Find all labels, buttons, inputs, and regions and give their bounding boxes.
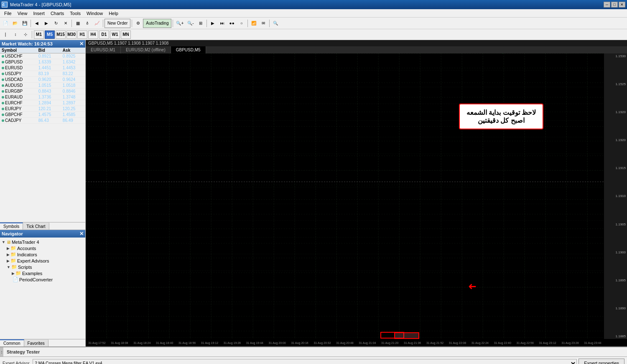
tab-favorites[interactable]: Favorites: [24, 339, 48, 346]
period-w1[interactable]: W1: [110, 30, 120, 39]
menu-view[interactable]: View: [15, 10, 30, 17]
chart-tab-eurusd-m2[interactable]: EURUSD,M2 (offline): [121, 46, 171, 53]
market-watch-row[interactable]: USDCHF 0.8921 0.8925: [0, 53, 85, 59]
period-m15[interactable]: M15: [56, 30, 66, 39]
close-button[interactable]: ✕: [619, 2, 625, 8]
market-watch-row[interactable]: USDJPY 83.19 83.22: [0, 71, 85, 77]
market-watch-row[interactable]: EURGBP 0.8843 0.8846: [0, 88, 85, 94]
market-watch-row[interactable]: USDCAD 0.9620 0.9624: [0, 77, 85, 83]
forward-btn[interactable]: ▶: [42, 19, 51, 28]
crosshair-btn[interactable]: ⊹: [21, 30, 30, 39]
market-watch-row[interactable]: CADJPY 86.43 86.49: [0, 118, 85, 124]
menu-insert[interactable]: Insert: [31, 10, 47, 17]
period-h1[interactable]: H1: [77, 30, 87, 39]
nav-tree-item[interactable]: 📄 PeriodConverter: [0, 276, 85, 283]
annotation-arrow: ➜: [468, 281, 477, 292]
nav-item-label: Scripts: [18, 265, 32, 270]
market-watch-row[interactable]: EURUSD 1.4451 1.4453: [0, 65, 85, 71]
stop-btn[interactable]: ✕: [61, 19, 70, 28]
back-btn[interactable]: ◀: [32, 19, 41, 28]
search-btn[interactable]: 🔍: [271, 19, 280, 28]
tab-common[interactable]: Common: [0, 339, 24, 346]
expand-icon[interactable]: ▶: [12, 271, 15, 276]
col-bid: Bid: [37, 48, 61, 53]
chart-tab-gbpusd-m5[interactable]: GBPUSD,M5: [171, 46, 206, 53]
mw-ask: 1.3748: [61, 94, 85, 100]
nav-tree-item[interactable]: ▶ 📁 Expert Advisors: [0, 258, 85, 264]
mail-btn[interactable]: ✉: [259, 19, 268, 28]
line-draw-btn[interactable]: |: [1, 30, 10, 39]
maximize-button[interactable]: □: [611, 2, 618, 8]
period-d1[interactable]: D1: [99, 30, 109, 39]
title-bar: 4 MetaTrader 4 - [GBPUSD,M5] ─ □ ✕: [0, 0, 627, 9]
ea-select[interactable]: 2 MA Crosses Mega filter EA V1.ex4: [33, 359, 577, 364]
next-btn[interactable]: ⏭: [218, 19, 227, 28]
period-mn[interactable]: MN: [121, 30, 131, 39]
tab-symbols[interactable]: Symbols: [0, 222, 23, 230]
auto-trading-btn[interactable]: AutoTrading: [143, 19, 171, 28]
market-watch-row[interactable]: GBPUSD 1.6339 1.6342: [0, 59, 85, 65]
zoom-out-btn[interactable]: 🔍-: [186, 19, 195, 28]
menu-help[interactable]: Help: [106, 10, 121, 17]
market-watch-row[interactable]: EURJPY 120.21 120.25: [0, 106, 85, 112]
time-label: 31 Aug 21:52: [424, 341, 446, 344]
expand-icon[interactable]: ▶: [7, 253, 10, 257]
line-btn[interactable]: 📈: [92, 19, 102, 28]
folder-icon: 📁: [10, 252, 16, 257]
menu-tools[interactable]: Tools: [67, 10, 83, 17]
expand-icon[interactable]: ▶: [7, 259, 10, 263]
annotation-line2: اصبح كل دقيقتين: [466, 116, 536, 124]
period-m5[interactable]: M5: [45, 30, 55, 39]
expand-icon[interactable]: ▶: [7, 246, 10, 250]
minimize-button[interactable]: ─: [604, 2, 610, 8]
market-watch-row[interactable]: AUDUSD 1.0515 1.0518: [0, 83, 85, 88]
expand-icon[interactable]: ▼: [2, 240, 5, 244]
new-chart-btn[interactable]: 📄: [1, 19, 10, 28]
chart-wizard-btn[interactable]: ⚙: [133, 19, 143, 28]
nav-tree-item[interactable]: ▼ 🖥 MetaTrader 4: [0, 239, 85, 245]
bar-chart-btn[interactable]: ▦: [73, 19, 82, 28]
time-label: 31 Aug 21:36: [401, 341, 424, 344]
nav-tree-item[interactable]: ▶ 📁 Indicators: [0, 251, 85, 258]
nav-tree-item[interactable]: ▼ 📁 Scripts: [0, 264, 85, 270]
resize-handle[interactable]: ⋮: [0, 347, 3, 356]
menu-charts[interactable]: Charts: [48, 10, 66, 17]
reload-btn[interactable]: ↻: [51, 19, 61, 28]
navigator-close[interactable]: ✕: [79, 231, 84, 237]
save-btn[interactable]: 💾: [20, 19, 29, 28]
open-btn[interactable]: 📂: [10, 19, 20, 28]
market-watch-row[interactable]: EURCHF 1.2894 1.2897: [0, 100, 85, 106]
period-m1[interactable]: M1: [34, 30, 44, 39]
price-axis: 1.1530 1.1525 1.1920 1.1920 1.1915 1.191…: [604, 53, 627, 339]
menu-window[interactable]: Window: [84, 10, 105, 17]
tab-tick-chart[interactable]: Tick Chart: [23, 222, 49, 230]
zoom-in-btn[interactable]: 🔍+: [174, 19, 185, 28]
chart-canvas[interactable]: 1.1530 1.1525 1.1920 1.1920 1.1915 1.191…: [86, 53, 627, 346]
candle-btn[interactable]: 🕯: [83, 19, 92, 28]
nav-tree-item[interactable]: ▶ 📁 Accounts: [0, 245, 85, 251]
expert-properties-btn[interactable]: Expert properties: [579, 359, 624, 364]
play-btn[interactable]: ▶: [208, 19, 217, 28]
period-toolbar: | ↕ ⊹ M1 M5 M15 M30 H1 H4 D1 W1 MN: [0, 29, 627, 40]
menu-file[interactable]: File: [2, 10, 14, 17]
market-watch-close[interactable]: ✕: [79, 41, 84, 47]
cursor-btn[interactable]: ↕: [11, 30, 20, 39]
chart-tab-eurusd-m1[interactable]: EURUSD,M1: [86, 46, 121, 53]
nav-tree-item[interactable]: ▶ 📁 Examples: [0, 270, 85, 276]
circle-btn[interactable]: ○: [237, 19, 246, 28]
expand-icon[interactable]: ▼: [7, 265, 10, 269]
signal-btn[interactable]: 📶: [249, 19, 258, 28]
nav-item-label: Indicators: [17, 252, 37, 257]
mw-symbol: EURCHF: [0, 100, 37, 106]
market-watch-row[interactable]: EURAUD 1.3736 1.3748: [0, 94, 85, 100]
properties-btn[interactable]: ⊞: [196, 19, 205, 28]
candle-canvas: [86, 53, 604, 339]
period-h4[interactable]: H4: [88, 30, 98, 39]
folder-icon: 📄: [13, 277, 18, 282]
dots-btn[interactable]: ●●: [227, 19, 237, 28]
period-m30[interactable]: M30: [66, 30, 76, 39]
market-watch-row[interactable]: GBPCHF 1.4575 1.4585: [0, 112, 85, 118]
new-order-btn[interactable]: New Order: [104, 19, 130, 28]
mw-bid: 0.8843: [37, 88, 61, 94]
mw-ask: 0.9624: [61, 77, 85, 83]
